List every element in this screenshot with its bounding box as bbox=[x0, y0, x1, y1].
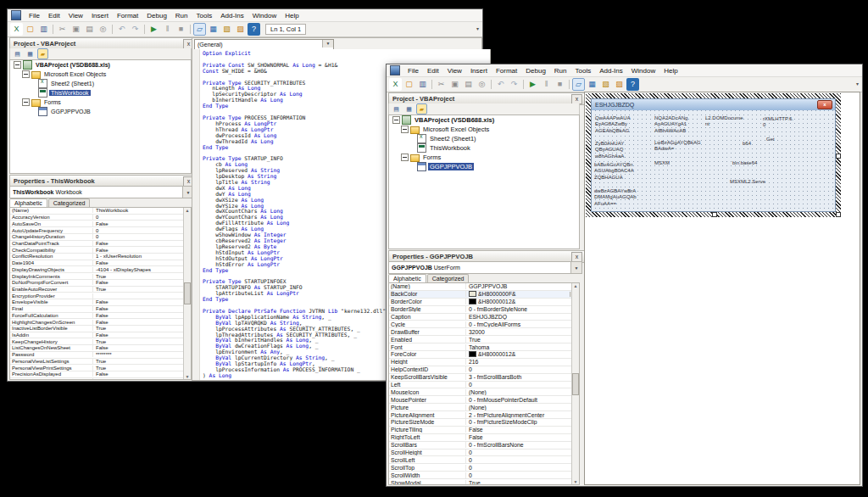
property-value[interactable]: False bbox=[93, 332, 191, 338]
property-row-righttoleft[interactable]: RightToLeftFalse bbox=[389, 434, 579, 442]
property-value[interactable]: 0 - fmMousePointerDefault bbox=[466, 397, 579, 403]
property-value[interactable]: Tahoma bbox=[466, 344, 579, 350]
view-object-icon[interactable]: ▦ bbox=[403, 103, 415, 114]
resize-handle-bottom[interactable] bbox=[712, 212, 717, 217]
save-icon[interactable]: ▥ bbox=[37, 23, 50, 36]
menu-insert[interactable]: Insert bbox=[87, 11, 113, 20]
property-row-picturetiling[interactable]: PictureTilingFalse bbox=[389, 427, 579, 434]
cut-icon[interactable]: ✂ bbox=[435, 78, 448, 91]
find-icon[interactable]: ◎ bbox=[97, 23, 109, 36]
property-row-conflictresolution[interactable]: ConflictResolution1 - xlUserResolution bbox=[10, 254, 191, 260]
property-value[interactable]: 0 bbox=[93, 234, 191, 239]
property-value[interactable]: 0 bbox=[93, 228, 191, 233]
resize-handle-corner[interactable] bbox=[836, 212, 841, 217]
form-label-control[interactable]: MSXML2.Serve bbox=[730, 179, 765, 185]
property-row-drawbuffer[interactable]: DrawBuffer32000 bbox=[389, 328, 579, 336]
property-row-mousepointer[interactable]: MousePointer0 - fmMousePointerDefault bbox=[389, 396, 579, 404]
menu-run[interactable]: Run bbox=[550, 66, 571, 75]
property-row-scrollbars[interactable]: ScrollBars0 - fmScrollBarsNone bbox=[389, 442, 579, 450]
property-row-picturesizemode[interactable]: PictureSizeMode0 - fmPictureSizeModeClip bbox=[389, 419, 579, 427]
project-explorer-icon[interactable]: ▦ bbox=[586, 78, 598, 91]
tree-item-sheet2-sheet1[interactable]: Sheet2 (Sheet1) bbox=[389, 134, 579, 143]
property-value[interactable]: 0 bbox=[93, 215, 191, 220]
property-value[interactable]: True bbox=[93, 274, 191, 279]
menu-file[interactable]: File bbox=[25, 11, 44, 20]
properties-window-icon[interactable]: ▧ bbox=[599, 78, 612, 91]
property-value[interactable]: False bbox=[93, 320, 191, 325]
tree-item-forms[interactable]: Forms bbox=[389, 153, 579, 162]
property-row-forecolor[interactable]: ForeColor&H80000012& bbox=[389, 351, 579, 359]
menu-format[interactable]: Format bbox=[113, 11, 142, 20]
property-value[interactable]: False bbox=[466, 427, 579, 433]
form-label-control[interactable]: b64 bbox=[743, 141, 751, 147]
property-value[interactable]: &H80000012& bbox=[466, 299, 579, 304]
property-row-checkcompatibility[interactable]: CheckCompatibilityFalse bbox=[10, 247, 191, 254]
property-row-displaydrawingobjects[interactable]: DisplayDrawingObjects-4104 - xlDisplaySh… bbox=[10, 266, 191, 273]
property-row-bordercolor[interactable]: BorderColor&H80000012& bbox=[389, 299, 579, 306]
redo-icon[interactable]: ↷ bbox=[508, 78, 520, 91]
tree-item-microsoft-excel-objects[interactable]: Microsoft Excel Objects bbox=[10, 70, 191, 79]
property-value[interactable]: 0 - fmCycleAllForms bbox=[466, 321, 579, 327]
menu-debug[interactable]: Debug bbox=[142, 11, 171, 20]
menu-file[interactable]: File bbox=[403, 66, 423, 75]
tab-categorized[interactable]: Categorized bbox=[427, 274, 470, 282]
form-label-control[interactable]: dwBzAGBAYwBrA DMAMgAuAGQAb AFuAA== bbox=[594, 188, 637, 207]
property-row-scrollleft[interactable]: ScrollLeft0 bbox=[389, 456, 579, 464]
tree-item-ggpjppvojb[interactable]: GGPJPPVOJB bbox=[389, 162, 579, 171]
break-icon[interactable]: ‖ bbox=[161, 23, 174, 36]
tree-item-thisworkbook[interactable]: ThisWorkbook bbox=[10, 88, 191, 98]
undo-icon[interactable]: ↶ bbox=[494, 78, 507, 91]
expander-icon[interactable] bbox=[401, 154, 409, 161]
menu-insert[interactable]: Insert bbox=[466, 66, 492, 75]
property-row-scrollwidth[interactable]: ScrollWidth0 bbox=[389, 472, 579, 479]
toggle-folders-icon[interactable]: ▰ bbox=[416, 103, 427, 114]
property-row-scrollheight[interactable]: ScrollHeight0 bbox=[389, 450, 579, 457]
property-row-donotpromptforconvert[interactable]: DoNotPromptForConvertFalse bbox=[10, 280, 191, 287]
form-label-control[interactable]: MSXM bbox=[654, 160, 670, 166]
property-value[interactable]: True bbox=[466, 480, 579, 485]
property-value[interactable]: 0 - fmPictureSizeModeClip bbox=[466, 419, 579, 425]
form-selection-marquee[interactable]: ESHJGJBZDQ x QwAAAPwAUA EyAG8AZwBy AGEAb… bbox=[586, 93, 841, 217]
property-row-name[interactable]: (Name)ThisWorkbook bbox=[10, 208, 191, 215]
scroll-thumb[interactable] bbox=[184, 282, 191, 304]
property-value[interactable]: True bbox=[466, 337, 579, 343]
expander-icon[interactable] bbox=[22, 98, 30, 106]
property-row-isaddin[interactable]: IsAddinFalse bbox=[10, 332, 191, 339]
property-value[interactable]: ThisWorkbook bbox=[93, 208, 191, 213]
menu-debug[interactable]: Debug bbox=[521, 66, 550, 75]
property-value[interactable]: False bbox=[93, 306, 191, 311]
property-value[interactable]: False bbox=[93, 221, 191, 226]
menu-edit[interactable]: Edit bbox=[423, 66, 443, 75]
menu-tools[interactable]: Tools bbox=[571, 66, 596, 75]
copy-icon[interactable]: ▣ bbox=[448, 78, 461, 91]
property-row-autosaveon[interactable]: AutoSaveOnFalse bbox=[10, 221, 191, 227]
menu-add-ins[interactable]: Add-Ins bbox=[595, 66, 627, 75]
property-value[interactable]: 0 bbox=[466, 472, 579, 478]
property-value[interactable]: True bbox=[93, 287, 191, 292]
property-value[interactable]: 0 - fmBorderStyleNone bbox=[466, 306, 579, 312]
property-value[interactable]: 0 bbox=[466, 457, 579, 463]
property-row-showmodal[interactable]: ShowModalTrue bbox=[389, 479, 579, 485]
property-row-final[interactable]: FinalFalse bbox=[10, 306, 191, 313]
form-label-control[interactable]: bin.base64 bbox=[732, 160, 757, 166]
tree-item-forms[interactable]: Forms bbox=[10, 98, 191, 107]
menu-tools[interactable]: Tools bbox=[192, 11, 217, 20]
property-value[interactable]: False bbox=[93, 299, 191, 304]
property-row-keepchangehistory[interactable]: KeepChangeHistoryTrue bbox=[10, 338, 191, 345]
property-value[interactable]: 0 bbox=[466, 465, 579, 471]
property-value[interactable]: False bbox=[466, 434, 579, 440]
property-value[interactable]: False bbox=[93, 345, 191, 350]
property-value[interactable]: False bbox=[93, 371, 191, 377]
vertical-scrollbar[interactable]: ▲▼ bbox=[183, 208, 191, 379]
property-value[interactable]: False bbox=[93, 378, 191, 380]
property-value[interactable]: False bbox=[93, 280, 191, 285]
object-dropdown[interactable]: (General) ▼ bbox=[194, 39, 334, 50]
view-code-icon[interactable]: ▤ bbox=[391, 103, 402, 114]
property-row-date1904[interactable]: Date1904False bbox=[10, 260, 191, 267]
property-row-personalviewlistsettings[interactable]: PersonalViewListSettingsTrue bbox=[10, 359, 191, 366]
property-row-enabled[interactable]: EnabledTrue bbox=[389, 336, 579, 343]
property-value[interactable]: ******** bbox=[93, 352, 191, 357]
property-value[interactable]: 0 bbox=[466, 382, 579, 388]
design-mode-icon[interactable]: ▱ bbox=[572, 78, 585, 91]
tab-alphabetic[interactable]: Alphabetic bbox=[388, 274, 426, 282]
